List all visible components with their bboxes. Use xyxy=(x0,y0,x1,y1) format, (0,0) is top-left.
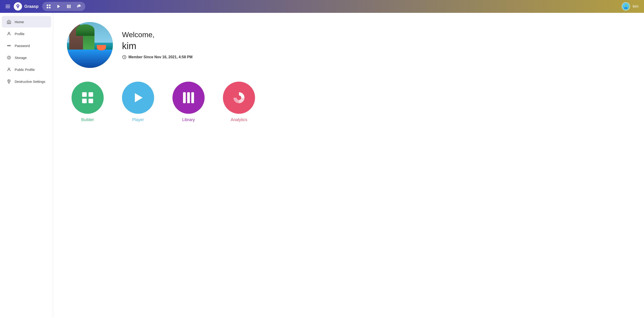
nav-pills xyxy=(42,2,85,11)
app-item-library[interactable]: Library xyxy=(172,82,204,122)
sidebar-item-profile[interactable]: Profile xyxy=(2,28,51,40)
logo-area: Graasp xyxy=(14,2,38,10)
welcome-greeting: Welcome, xyxy=(122,30,192,39)
svg-point-18 xyxy=(8,57,10,58)
nav-player-button[interactable] xyxy=(54,3,63,10)
sidebar-item-password-label: Password xyxy=(15,44,30,48)
svg-rect-7 xyxy=(68,5,69,8)
svg-point-11 xyxy=(625,5,627,7)
landscape-trees xyxy=(76,24,94,36)
nav-library-button[interactable] xyxy=(64,3,74,10)
svg-rect-27 xyxy=(183,92,186,103)
user-name-header: kim xyxy=(633,4,638,8)
builder-icon xyxy=(80,90,95,105)
profile-section: Welcome, kim Member Since Nov 16, 2021, … xyxy=(67,22,630,68)
member-since: Member Since Nov 16, 2021, 4:58 PM xyxy=(122,55,192,60)
nav-builder-button[interactable] xyxy=(44,3,53,10)
svg-point-17 xyxy=(7,56,11,60)
welcome-text: Welcome, kim Member Since Nov 16, 2021, … xyxy=(122,30,192,60)
sidebar-item-destructive-settings[interactable]: Destructive Settings xyxy=(2,76,51,87)
svg-point-16 xyxy=(10,45,10,46)
menu-button[interactable] xyxy=(6,5,10,8)
password-icon xyxy=(6,43,12,48)
sidebar-item-public-profile[interactable]: Public Profile xyxy=(2,64,51,75)
header-right: kim xyxy=(622,2,638,10)
logo-text: Graasp xyxy=(24,4,38,9)
svg-rect-6 xyxy=(67,5,68,8)
sidebar-item-profile-label: Profile xyxy=(15,32,24,36)
svg-point-14 xyxy=(7,45,8,46)
player-label: Player xyxy=(132,118,144,122)
logo-icon xyxy=(14,2,22,10)
analytics-label: Analytics xyxy=(231,118,247,122)
svg-rect-8 xyxy=(70,5,70,8)
builder-label: Builder xyxy=(81,118,94,122)
svg-rect-3 xyxy=(47,7,48,8)
analytics-circle xyxy=(223,82,255,114)
app-item-analytics[interactable]: Analytics xyxy=(223,82,255,122)
sidebar-item-password[interactable]: Password xyxy=(2,40,51,52)
svg-marker-26 xyxy=(135,93,143,102)
library-icon xyxy=(181,90,196,105)
svg-point-13 xyxy=(8,32,10,34)
svg-rect-23 xyxy=(88,92,93,97)
svg-point-30 xyxy=(237,96,241,100)
svg-marker-5 xyxy=(57,5,60,8)
svg-point-0 xyxy=(17,5,18,6)
main-layout: Home Profile Password xyxy=(0,13,644,317)
sidebar-item-storage[interactable]: Storage xyxy=(2,52,51,63)
welcome-name: kim xyxy=(122,41,192,51)
app-item-player[interactable]: Player xyxy=(122,82,154,122)
user-avatar-header[interactable] xyxy=(622,2,630,10)
clock-icon xyxy=(122,55,126,60)
svg-rect-29 xyxy=(191,92,194,103)
destructive-settings-icon xyxy=(6,79,12,84)
sidebar-item-home[interactable]: Home xyxy=(2,16,51,28)
member-since-text: Member Since Nov 16, 2021, 4:58 PM xyxy=(128,55,192,59)
sidebar-item-home-label: Home xyxy=(15,20,24,24)
svg-rect-24 xyxy=(82,99,87,103)
main-content: Welcome, kim Member Since Nov 16, 2021, … xyxy=(53,13,644,317)
svg-point-9 xyxy=(78,6,80,7)
svg-rect-28 xyxy=(187,92,190,103)
svg-rect-2 xyxy=(49,4,51,6)
app-item-builder[interactable]: Builder xyxy=(72,82,104,122)
home-icon xyxy=(6,19,12,24)
svg-rect-22 xyxy=(82,92,87,97)
builder-circle xyxy=(72,82,104,114)
library-circle xyxy=(172,82,204,114)
profile-icon xyxy=(6,31,12,36)
nav-analytics-button[interactable] xyxy=(74,3,84,10)
app-header: Graasp xyxy=(0,0,644,13)
sidebar: Home Profile Password xyxy=(0,13,53,317)
sidebar-item-destructive-settings-label: Destructive Settings xyxy=(15,80,45,84)
apps-section: Builder Player xyxy=(67,82,630,122)
avatar-landscape xyxy=(67,22,113,68)
player-icon xyxy=(131,90,146,105)
svg-point-15 xyxy=(8,45,9,46)
header-left: Graasp xyxy=(6,2,85,11)
analytics-icon xyxy=(232,90,246,105)
svg-rect-25 xyxy=(88,99,93,103)
landscape-boat xyxy=(97,45,106,50)
svg-rect-4 xyxy=(49,7,51,8)
svg-rect-1 xyxy=(47,4,48,6)
svg-point-19 xyxy=(8,68,10,70)
svg-point-20 xyxy=(8,80,9,81)
player-circle xyxy=(122,82,154,114)
sidebar-item-public-profile-label: Public Profile xyxy=(15,68,35,72)
library-label: Library xyxy=(182,118,195,122)
user-avatar-large xyxy=(67,22,113,68)
sidebar-item-storage-label: Storage xyxy=(15,56,27,60)
public-profile-icon xyxy=(6,67,12,72)
landscape-water xyxy=(67,50,113,68)
storage-icon xyxy=(6,55,12,60)
